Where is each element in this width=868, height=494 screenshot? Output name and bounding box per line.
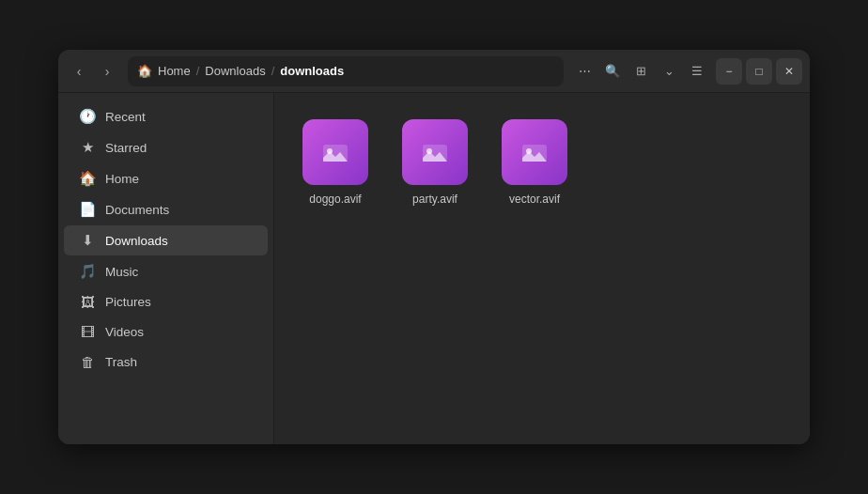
sidebar-item-music[interactable]: 🎵 Music bbox=[64, 256, 268, 286]
nav-arrows: ‹ › bbox=[66, 58, 120, 85]
sidebar-item-label: Home bbox=[105, 172, 139, 186]
more-icon: ⋯ bbox=[579, 64, 591, 78]
pictures-icon: 🖼 bbox=[79, 294, 96, 310]
sidebar-item-recent[interactable]: 🕐 Recent bbox=[64, 101, 268, 131]
home-icon: 🏠 bbox=[137, 64, 152, 78]
forward-icon: › bbox=[105, 64, 110, 79]
videos-icon: 🎞 bbox=[79, 324, 96, 340]
file-name: party.avif bbox=[412, 193, 457, 206]
file-thumbnail bbox=[302, 119, 368, 185]
sidebar: 🕐 Recent ★ Starred 🏠 Home 📄 Documents ⬇ … bbox=[58, 93, 274, 444]
file-content-area: doggo.avif party.avif bbox=[274, 93, 810, 444]
list-icon: ☰ bbox=[691, 64, 703, 78]
view-grid-button[interactable]: ⊞ bbox=[628, 58, 654, 85]
sidebar-item-label: Trash bbox=[105, 355, 137, 369]
back-button[interactable]: ‹ bbox=[66, 58, 92, 85]
more-options-button[interactable]: ⋯ bbox=[571, 58, 597, 85]
view-list-button[interactable]: ☰ bbox=[684, 58, 710, 85]
image-file-icon bbox=[320, 137, 350, 167]
starred-icon: ★ bbox=[79, 139, 96, 156]
sidebar-item-label: Starred bbox=[105, 141, 147, 155]
breadcrumb-sep-2: / bbox=[271, 64, 275, 78]
maximize-icon: □ bbox=[755, 65, 762, 78]
sidebar-item-home[interactable]: 🏠 Home bbox=[64, 163, 268, 193]
trash-icon: 🗑 bbox=[79, 354, 96, 370]
breadcrumb: 🏠 Home / Downloads / downloads bbox=[128, 56, 564, 86]
sidebar-item-label: Documents bbox=[105, 203, 169, 217]
window-controls: − □ ✕ bbox=[716, 58, 802, 85]
minimize-button[interactable]: − bbox=[716, 58, 742, 85]
file-manager-window: ‹ › 🏠 Home / Downloads / downloads ⋯ 🔍 ⊞ bbox=[58, 50, 810, 444]
sidebar-item-starred[interactable]: ★ Starred bbox=[64, 132, 268, 162]
search-button[interactable]: 🔍 bbox=[599, 58, 626, 85]
titlebar-actions: ⋯ 🔍 ⊞ ⌄ ☰ bbox=[571, 58, 710, 85]
maximize-button[interactable]: □ bbox=[746, 58, 772, 85]
file-item-doggo[interactable]: doggo.avif bbox=[293, 112, 378, 213]
file-name: doggo.avif bbox=[309, 193, 361, 206]
breadcrumb-downloads[interactable]: Downloads bbox=[205, 64, 265, 78]
breadcrumb-sep-1: / bbox=[196, 64, 200, 78]
forward-button[interactable]: › bbox=[94, 58, 120, 85]
sidebar-item-pictures[interactable]: 🖼 Pictures bbox=[64, 287, 268, 316]
close-button[interactable]: ✕ bbox=[776, 58, 802, 85]
sidebar-item-documents[interactable]: 📄 Documents bbox=[64, 194, 268, 224]
image-file-icon bbox=[420, 137, 450, 167]
file-thumbnail bbox=[502, 119, 567, 185]
downloads-icon: ⬇ bbox=[79, 232, 96, 249]
breadcrumb-home[interactable]: Home bbox=[158, 64, 191, 78]
chevron-down-icon: ⌄ bbox=[664, 64, 674, 78]
sidebar-item-videos[interactable]: 🎞 Videos bbox=[64, 317, 268, 347]
documents-icon: 📄 bbox=[79, 201, 96, 218]
sidebar-item-label: Recent bbox=[105, 110, 146, 124]
view-toggle-button[interactable]: ⌄ bbox=[656, 58, 682, 85]
file-item-vector[interactable]: vector.avif bbox=[492, 112, 577, 213]
main-area: 🕐 Recent ★ Starred 🏠 Home 📄 Documents ⬇ … bbox=[58, 93, 810, 444]
sidebar-item-trash[interactable]: 🗑 Trash bbox=[64, 347, 268, 377]
minimize-icon: − bbox=[725, 65, 732, 78]
file-item-party[interactable]: party.avif bbox=[393, 112, 477, 213]
sidebar-item-label: Pictures bbox=[105, 295, 151, 309]
search-icon: 🔍 bbox=[605, 64, 620, 78]
back-icon: ‹ bbox=[77, 64, 82, 79]
sidebar-item-label: Downloads bbox=[105, 234, 168, 248]
music-icon: 🎵 bbox=[79, 263, 96, 280]
sidebar-item-downloads[interactable]: ⬇ Downloads bbox=[64, 225, 268, 255]
file-name: vector.avif bbox=[509, 193, 560, 206]
breadcrumb-current: downloads bbox=[280, 64, 344, 78]
close-icon: ✕ bbox=[784, 65, 794, 78]
file-thumbnail bbox=[402, 119, 468, 185]
titlebar: ‹ › 🏠 Home / Downloads / downloads ⋯ 🔍 ⊞ bbox=[58, 50, 810, 93]
sidebar-item-label: Videos bbox=[105, 325, 144, 339]
home-nav-icon: 🏠 bbox=[79, 170, 96, 187]
recent-icon: 🕐 bbox=[79, 108, 96, 125]
sidebar-item-label: Music bbox=[105, 265, 138, 279]
view-grid-icon: ⊞ bbox=[636, 64, 646, 78]
image-file-icon bbox=[519, 137, 550, 167]
